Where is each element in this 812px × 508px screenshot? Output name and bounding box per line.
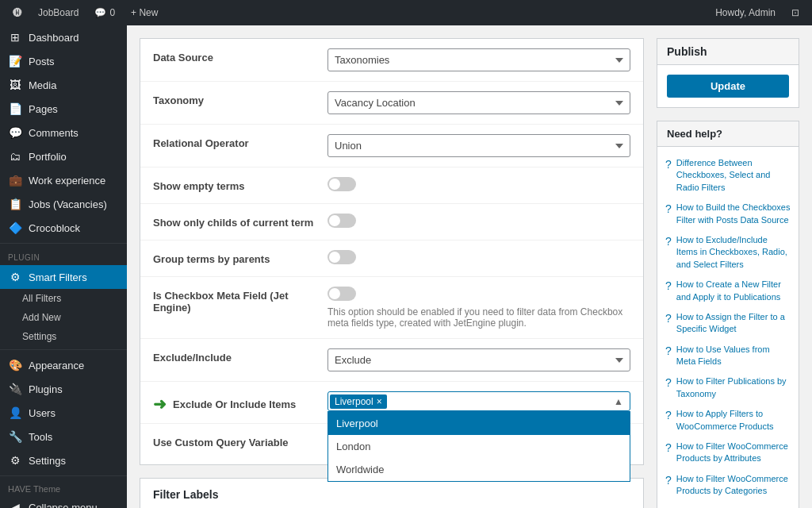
group-terms-row: Group terms by parents — [140, 241, 643, 277]
howdy-text: Howdy, Admin — [709, 7, 782, 18]
relational-operator-row: Relational Operator Union — [140, 125, 643, 167]
help-icon-1: ? — [665, 202, 672, 217]
publish-header: Publish — [657, 39, 799, 65]
taxonomy-field: Vacancy Location — [327, 91, 630, 114]
help-item-6[interactable]: ? How to Filter Publications by Taxonomy — [657, 371, 799, 404]
help-item-3[interactable]: ? How to Create a New Filter and Apply i… — [657, 275, 799, 307]
help-item-2[interactable]: ? How to Exclude/Include Items in Checkb… — [657, 230, 799, 275]
wp-logo[interactable]: 🅦 — [6, 0, 29, 25]
help-item-4[interactable]: ? How to Assign the Filter to a Specific… — [657, 307, 799, 340]
theme-label: HAVE Theme — [0, 479, 127, 495]
taxonomy-row: Taxonomy Vacancy Location — [140, 82, 643, 125]
help-icon-3: ? — [665, 279, 672, 294]
work-icon: 💼 — [8, 174, 22, 187]
sidebar-item-crocoblock[interactable]: 🔷 Crocoblock — [0, 216, 127, 240]
show-only-childs-toggle[interactable] — [327, 214, 356, 228]
wp-logo-icon: 🅦 — [13, 7, 22, 18]
help-item-8[interactable]: ? How to Filter WooCommerce Products by … — [657, 437, 799, 469]
site-name[interactable]: JobBoard — [32, 0, 85, 25]
sidebar-item-work-experience[interactable]: 💼 Work experience — [0, 168, 127, 192]
tools-icon: 🔧 — [8, 430, 22, 443]
sidebar-sub-add-new[interactable]: Add New — [0, 308, 127, 327]
data-source-select[interactable]: Taxonomies — [327, 48, 630, 71]
publish-body: Update — [657, 65, 799, 107]
help-item-7[interactable]: ? How to Apply Filters to WooCommerce Pr… — [657, 404, 799, 437]
exclude-or-include-row: ➜ Exclude Or Include Items Liverpool × ▲ — [140, 382, 643, 424]
filter-labels-box: Filter Labels Filter Label Active Filter… — [140, 478, 644, 508]
exclude-or-include-label: ➜ Exclude Or Include Items — [153, 391, 327, 414]
media-icon: 🖼 — [8, 79, 22, 91]
help-item-10[interactable]: ? How to Filter the Related Post Items — [657, 502, 799, 508]
help-icon-0: ? — [665, 157, 672, 173]
sidebar-sub-settings[interactable]: Settings — [0, 327, 127, 346]
show-only-childs-label: Show only childs of current term — [153, 214, 327, 229]
tag-remove-icon[interactable]: × — [377, 396, 382, 407]
items-dropdown-list: Liverpool London Worldwide — [327, 411, 630, 482]
data-source-field: Taxonomies — [327, 48, 630, 71]
help-icon-4: ? — [665, 311, 672, 327]
sidebar-item-dashboard[interactable]: ⊞ Dashboard — [0, 25, 127, 49]
is-checkbox-field: This option should be enabled if you nee… — [327, 287, 630, 329]
collapse-menu[interactable]: ◀ Collapse menu — [0, 495, 127, 508]
help-icon-10: ? — [665, 506, 672, 508]
use-custom-query-label: Use Custom Query Variable — [153, 433, 327, 448]
dropdown-option-london[interactable]: London — [328, 435, 630, 458]
sidebar-sub-all-filters[interactable]: All Filters — [0, 289, 127, 308]
show-empty-terms-row: Show empty terms — [140, 167, 643, 204]
sidebar-item-posts[interactable]: 📝 Posts — [0, 49, 127, 73]
relational-operator-select[interactable]: Union — [327, 134, 630, 157]
relational-operator-field: Union — [327, 134, 630, 157]
sidebar-item-comments[interactable]: 💬 Comments — [0, 121, 127, 144]
jobs-icon: 📋 — [8, 198, 22, 210]
exclude-include-row: Exclude/Include Exclude — [140, 339, 643, 382]
plugin-section-label: PLUGIN — [0, 247, 127, 265]
dropdown-chevron-icon[interactable]: ▲ — [607, 396, 630, 407]
is-checkbox-label: Is Checkbox Meta Field (Jet Engine) — [153, 287, 327, 314]
sidebar-item-settings[interactable]: ⚙ Settings — [0, 448, 127, 472]
dropdown-option-worldwide[interactable]: Worldwide — [328, 458, 630, 481]
taxonomy-select[interactable]: Vacancy Location — [327, 91, 630, 114]
sidebar-item-tools[interactable]: 🔧 Tools — [0, 425, 127, 448]
sidebar-item-portfolio[interactable]: 🗂 Portfolio — [0, 144, 127, 168]
screen-options[interactable]: ⊡ — [785, 0, 806, 25]
crocoblock-icon: 🔷 — [8, 221, 22, 234]
is-checkbox-toggle[interactable] — [327, 287, 356, 301]
comments-icon: 💬 — [94, 7, 106, 18]
group-terms-toggle[interactable] — [327, 250, 356, 264]
sidebar-item-appearance[interactable]: 🎨 Appearance — [0, 353, 127, 377]
exclude-include-select[interactable]: Exclude — [327, 348, 630, 371]
show-empty-terms-field — [327, 177, 630, 194]
help-item-1[interactable]: ? How to Build the Checkboxes Filter wit… — [657, 198, 799, 230]
arrow-indicator: ➜ — [153, 394, 167, 414]
is-checkbox-description: This option should be enabled if you nee… — [327, 306, 630, 329]
relational-operator-label: Relational Operator — [153, 134, 327, 149]
sidebar-item-jobs[interactable]: 📋 Jobs (Vacancies) — [0, 192, 127, 216]
dropdown-option-liverpool[interactable]: Liverpool — [328, 412, 630, 435]
sidebar-item-plugins[interactable]: 🔌 Plugins — [0, 377, 127, 401]
sidebar-item-smart-filters[interactable]: ⚙ Smart Filters — [0, 265, 127, 289]
show-empty-terms-toggle[interactable] — [327, 177, 356, 191]
comments-link[interactable]: 💬 0 — [88, 0, 121, 25]
help-item-5[interactable]: ? How to Use Values from Meta Fields — [657, 340, 799, 372]
sidebar-item-pages[interactable]: 📄 Pages — [0, 97, 127, 121]
help-header: Need help? — [657, 121, 799, 147]
help-icon-2: ? — [665, 234, 672, 250]
exclude-or-include-field: Liverpool × ▲ Liverpool London Worldwide — [327, 391, 630, 411]
update-button[interactable]: Update — [667, 75, 789, 98]
items-dropdown-input-row[interactable]: Liverpool × ▲ — [327, 391, 630, 411]
items-dropdown-input[interactable] — [389, 392, 607, 410]
help-item-0[interactable]: ? Difference Between Checkboxes, Select … — [657, 153, 799, 198]
data-source-row: Data Source Taxonomies — [140, 39, 643, 82]
users-icon: 👤 — [8, 406, 22, 419]
group-terms-field — [327, 250, 630, 267]
sidebar-item-media[interactable]: 🖼 Media — [0, 73, 127, 97]
exclude-include-label: Exclude/Include — [153, 348, 327, 364]
is-checkbox-row: Is Checkbox Meta Field (Jet Engine) This… — [140, 277, 643, 339]
liverpool-tag[interactable]: Liverpool × — [330, 394, 387, 409]
sidebar-item-users[interactable]: 👤 Users — [0, 401, 127, 425]
help-item-9[interactable]: ? How to Filter WooCommerce Products by … — [657, 469, 799, 502]
data-source-label: Data Source — [153, 48, 327, 64]
new-item[interactable]: + New — [124, 0, 164, 25]
help-icon-9: ? — [665, 473, 672, 489]
smart-filters-icon: ⚙ — [8, 271, 22, 283]
